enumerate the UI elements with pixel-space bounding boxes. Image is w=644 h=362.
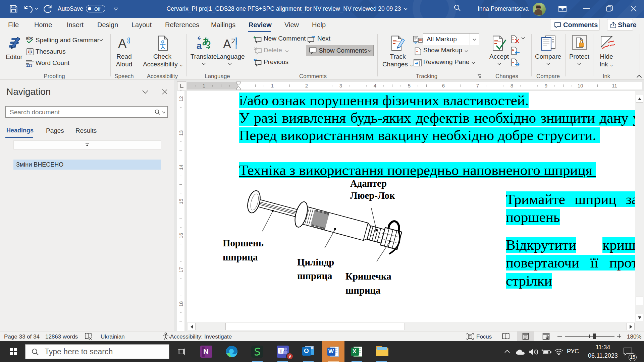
svg-text:a: a (197, 41, 202, 50)
svg-text:A: A (118, 37, 127, 51)
svg-text:A: A (223, 37, 231, 50)
svg-text:あ: あ (202, 36, 211, 46)
